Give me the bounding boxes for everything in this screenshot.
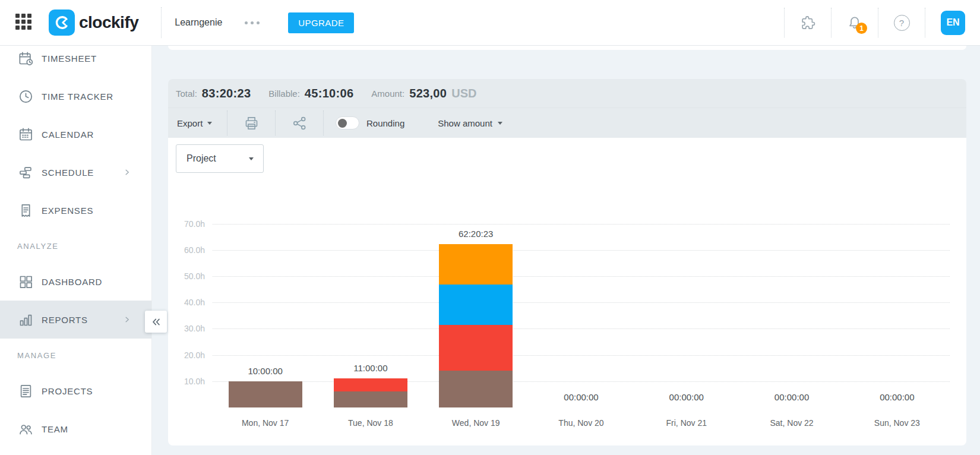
sidebar-item-dashboard[interactable]: DASHBOARD xyxy=(0,263,151,301)
gridline xyxy=(213,328,950,329)
y-axis-tick: 70.0h xyxy=(168,218,205,230)
sidebar-item-label: EXPENSES xyxy=(42,206,93,216)
bar-value-label: 00:00:00 xyxy=(540,391,623,403)
y-axis-tick: 30.0h xyxy=(168,323,205,334)
bar-segment-segment-orange[interactable] xyxy=(439,244,513,285)
export-dropdown[interactable]: Export xyxy=(176,115,213,132)
show-amount-label: Show amount xyxy=(438,118,492,128)
x-axis-day-label: Wed, Nov 19 xyxy=(428,417,523,429)
bar-value-label: 00:00:00 xyxy=(645,391,728,403)
apps-grid-icon[interactable] xyxy=(15,14,33,31)
bar-segment-segment-blue[interactable] xyxy=(439,285,513,325)
gridline xyxy=(213,276,950,277)
clockify-logo[interactable]: clockify xyxy=(49,10,138,36)
filter-panel-bottom xyxy=(168,46,966,50)
sidebar-item-reports[interactable]: REPORTS xyxy=(0,301,151,339)
header-divider xyxy=(925,8,925,37)
show-amount-dropdown[interactable]: Show amount xyxy=(438,118,502,128)
bar-value-label: 62:20:23 xyxy=(434,228,517,240)
sidebar-section-manage: MANAGE xyxy=(0,339,151,372)
gridline xyxy=(213,355,950,356)
top-bar-right: 1 ? EN xyxy=(784,8,980,37)
integrations-button[interactable] xyxy=(785,14,831,31)
sidebar-item-label: REPORTS xyxy=(42,315,88,325)
sidebar-item-schedule[interactable]: SCHEDULE xyxy=(0,153,151,191)
sidebar-item-label: DASHBOARD xyxy=(42,277,102,287)
puzzle-icon xyxy=(799,14,816,31)
total-label: Total: xyxy=(176,89,197,99)
x-axis-day-label: Fri, Nov 21 xyxy=(639,417,734,429)
caret-down-icon xyxy=(207,122,212,125)
schedule-icon xyxy=(18,165,34,181)
document-icon xyxy=(18,383,34,399)
team-icon xyxy=(18,421,34,437)
notification-badge: 1 xyxy=(856,23,867,34)
caret-down-icon xyxy=(498,122,502,125)
sidebar-item-label: SCHEDULE xyxy=(42,168,94,178)
sidebar-item-label: TIMESHEET xyxy=(42,53,97,64)
totals-row: Total: 83:20:23 Billable: 45:10:06 Amoun… xyxy=(168,79,966,108)
printer-icon xyxy=(244,115,260,131)
workspace-menu-icon[interactable] xyxy=(241,18,263,28)
bar-segment-segment-brown[interactable] xyxy=(439,371,513,407)
language-button[interactable]: EN xyxy=(941,11,965,35)
bar-segment-segment-brown[interactable] xyxy=(229,381,302,407)
bar-segment-segment-red[interactable] xyxy=(439,325,513,371)
y-axis-tick: 20.0h xyxy=(168,349,205,361)
bar-segment-segment-red[interactable] xyxy=(334,378,407,391)
sidebar-nav: TIMESHEET TIME TRACKER CALENDAR xyxy=(0,39,151,448)
clockify-app: clockify Learngenie UPGRADE 1 xyxy=(0,0,980,455)
clock-icon xyxy=(18,89,34,105)
help-button[interactable]: ? xyxy=(878,15,925,31)
question-icon: ? xyxy=(894,15,910,31)
clockify-logo-icon xyxy=(49,10,75,36)
notifications-button[interactable]: 1 xyxy=(832,14,878,31)
sidebar-collapse-button[interactable] xyxy=(145,311,167,333)
share-button[interactable] xyxy=(276,115,323,131)
share-icon xyxy=(292,115,308,131)
bar-segment-segment-brown[interactable] xyxy=(334,391,407,407)
amount-label: Amount: xyxy=(371,89,404,99)
sidebar-item-projects[interactable]: PROJECTS xyxy=(0,372,151,410)
sidebar-item-team[interactable]: TEAM xyxy=(0,410,151,448)
gridline xyxy=(213,250,950,251)
workspace-name[interactable]: Learngenie xyxy=(175,17,222,28)
timesheet-icon xyxy=(18,50,34,67)
x-axis-day-label: Sat, Nov 22 xyxy=(744,417,839,429)
sidebar-item-calendar[interactable]: CALENDAR xyxy=(0,115,151,153)
y-axis-tick: 60.0h xyxy=(168,244,205,256)
x-axis-day-label: Mon, Nov 17 xyxy=(218,417,313,429)
report-card-body: Project 70.0h60.0h50.0h40.0h30.0h20.0h10… xyxy=(168,138,966,445)
currency-label: USD xyxy=(451,87,476,100)
rounding-toggle[interactable] xyxy=(336,116,359,129)
sidebar-item-time-tracker[interactable]: TIME TRACKER xyxy=(0,77,151,115)
upgrade-button[interactable]: UPGRADE xyxy=(288,12,354,33)
gridline xyxy=(213,224,950,225)
toggle-knob xyxy=(338,119,347,128)
sidebar-item-label: TEAM xyxy=(42,424,68,434)
sidebar-item-label: TIME TRACKER xyxy=(42,91,113,102)
amount-value: 523,00 xyxy=(409,87,447,100)
top-bar: clockify Learngenie UPGRADE 1 xyxy=(0,0,980,46)
dashboard-icon xyxy=(18,274,34,290)
y-axis-tick: 10.0h xyxy=(168,375,205,387)
report-card-header: Total: 83:20:23 Billable: 45:10:06 Amoun… xyxy=(168,79,966,138)
toolbar-divider xyxy=(323,110,324,135)
sidebar-item-expenses[interactable]: EXPENSES xyxy=(0,191,151,229)
bar-value-label: 00:00:00 xyxy=(855,391,938,403)
top-bar-left: clockify Learngenie UPGRADE xyxy=(0,7,784,38)
sidebar-section-analyze: ANALYZE xyxy=(0,229,151,263)
rounding-label: Rounding xyxy=(366,118,404,128)
receipt-icon xyxy=(18,203,34,219)
chevron-right-icon xyxy=(122,167,132,178)
project-filter-dropdown[interactable]: Project xyxy=(176,144,264,173)
main-content: Total: 83:20:23 Billable: 45:10:06 Amoun… xyxy=(152,46,980,455)
double-chevron-left-icon xyxy=(150,315,163,328)
calendar-icon xyxy=(18,127,34,143)
gridline xyxy=(213,381,950,382)
total-value: 83:20:23 xyxy=(202,87,251,100)
report-card: Total: 83:20:23 Billable: 45:10:06 Amoun… xyxy=(168,79,966,445)
print-button[interactable] xyxy=(227,115,275,131)
caret-down-icon xyxy=(249,157,254,160)
bar-value-label: 11:00:00 xyxy=(329,362,412,374)
